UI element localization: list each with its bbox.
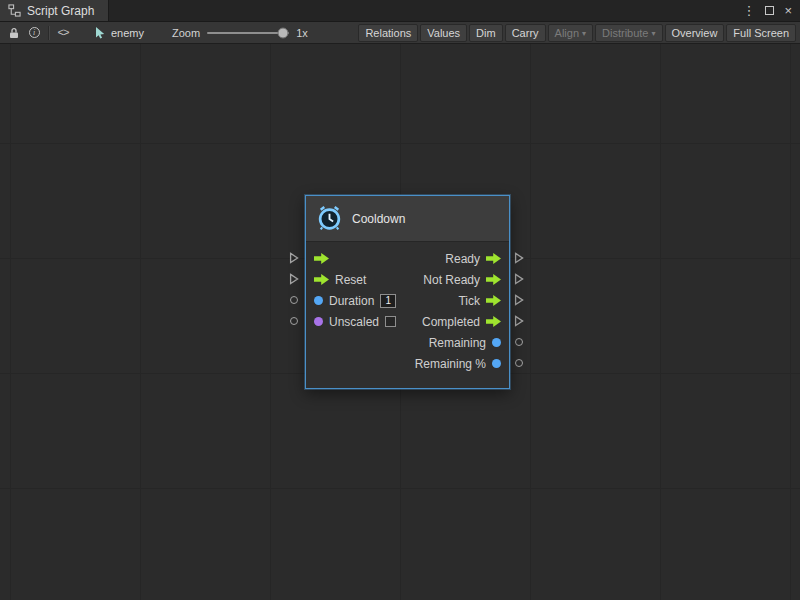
input-ports-column: Reset Duration 1 Unscaled	[306, 248, 396, 374]
overview-button[interactable]: Overview	[665, 24, 725, 42]
port-not-ready[interactable]: Not Ready	[415, 269, 509, 290]
graph-breadcrumb[interactable]: enemy	[95, 27, 144, 39]
tab-script-graph[interactable]: Script Graph	[0, 0, 109, 21]
align-button[interactable]: Align▾	[548, 24, 593, 42]
value-dot-icon	[314, 296, 323, 305]
port-completed[interactable]: Completed	[415, 311, 509, 332]
external-output-ports	[512, 247, 526, 373]
node-title: Cooldown	[352, 212, 405, 226]
toolbar-divider	[48, 26, 49, 40]
flow-input-port-marker[interactable]	[287, 247, 301, 268]
flow-output-port-marker[interactable]	[512, 310, 526, 331]
relations-button[interactable]: Relations	[358, 24, 418, 42]
value-dot-icon	[314, 317, 323, 326]
value-input-port-marker[interactable]	[287, 289, 301, 310]
zoom-value: 1x	[296, 27, 308, 39]
duration-value-field[interactable]: 1	[380, 294, 396, 308]
carry-button[interactable]: Carry	[505, 24, 546, 42]
port-ready[interactable]: Ready	[415, 248, 509, 269]
graph-pointer-icon	[95, 27, 106, 39]
value-input-port-marker[interactable]	[287, 310, 301, 331]
zoom-label: Zoom	[172, 27, 200, 39]
flow-output-port-marker[interactable]	[512, 268, 526, 289]
value-output-port-marker[interactable]	[512, 352, 526, 373]
values-button[interactable]: Values	[420, 24, 467, 42]
port-remaining-percent[interactable]: Remaining %	[415, 353, 509, 374]
port-reset[interactable]: Reset	[306, 269, 396, 290]
distribute-button[interactable]: Distribute▾	[595, 24, 662, 42]
flow-arrow-icon	[486, 295, 501, 306]
flow-arrow-icon	[486, 274, 501, 285]
close-icon[interactable]: ×	[784, 4, 792, 17]
value-output-port-marker[interactable]	[512, 331, 526, 352]
external-input-ports	[287, 247, 301, 331]
chevron-down-icon: ▾	[582, 29, 586, 38]
info-icon[interactable]: i	[24, 24, 44, 42]
flow-input-port-marker[interactable]	[287, 268, 301, 289]
zoom-slider[interactable]	[207, 32, 289, 34]
flow-arrow-icon	[486, 253, 501, 264]
flow-arrow-icon	[314, 274, 329, 285]
chevron-down-icon: ▾	[652, 29, 656, 38]
fullscreen-button[interactable]: Full Screen	[726, 24, 796, 42]
graph-toolbar: i <> enemy Zoom 1x Relations Values Dim …	[0, 22, 800, 44]
port-enter[interactable]	[306, 248, 396, 269]
dim-button[interactable]: Dim	[469, 24, 503, 42]
port-duration[interactable]: Duration 1	[306, 290, 396, 311]
graph-name: enemy	[111, 27, 144, 39]
port-tick[interactable]: Tick	[415, 290, 509, 311]
zoom-slider-handle[interactable]	[277, 27, 288, 38]
value-dot-icon	[492, 359, 501, 368]
unscaled-checkbox[interactable]	[385, 316, 396, 327]
value-dot-icon	[492, 338, 501, 347]
node-header[interactable]: Cooldown	[306, 196, 509, 242]
code-view-icon[interactable]: <>	[53, 24, 73, 42]
flow-output-port-marker[interactable]	[512, 289, 526, 310]
graph-canvas[interactable]: Cooldown Reset Duration	[0, 44, 800, 600]
lock-icon[interactable]	[4, 24, 24, 42]
node-body: Reset Duration 1 Unscaled Ready	[306, 242, 509, 388]
maximize-icon[interactable]	[765, 6, 774, 15]
zoom-control: Zoom 1x	[172, 27, 308, 39]
cooldown-node[interactable]: Cooldown Reset Duration	[305, 195, 510, 389]
port-remaining[interactable]: Remaining	[415, 332, 509, 353]
flow-output-port-marker[interactable]	[512, 247, 526, 268]
window-menu-icon[interactable]: ⋮	[742, 4, 755, 17]
tab-title: Script Graph	[27, 4, 94, 18]
flow-arrow-icon	[314, 253, 329, 264]
alarm-clock-icon	[316, 205, 343, 232]
port-unscaled[interactable]: Unscaled	[306, 311, 396, 332]
script-graph-icon	[8, 4, 21, 17]
output-ports-column: Ready Not Ready Tick	[415, 248, 509, 374]
flow-arrow-icon	[486, 316, 501, 327]
window-titlebar: Script Graph ⋮ ×	[0, 0, 800, 22]
toolbar-buttons: Relations Values Dim Carry Align▾ Distri…	[358, 24, 796, 42]
